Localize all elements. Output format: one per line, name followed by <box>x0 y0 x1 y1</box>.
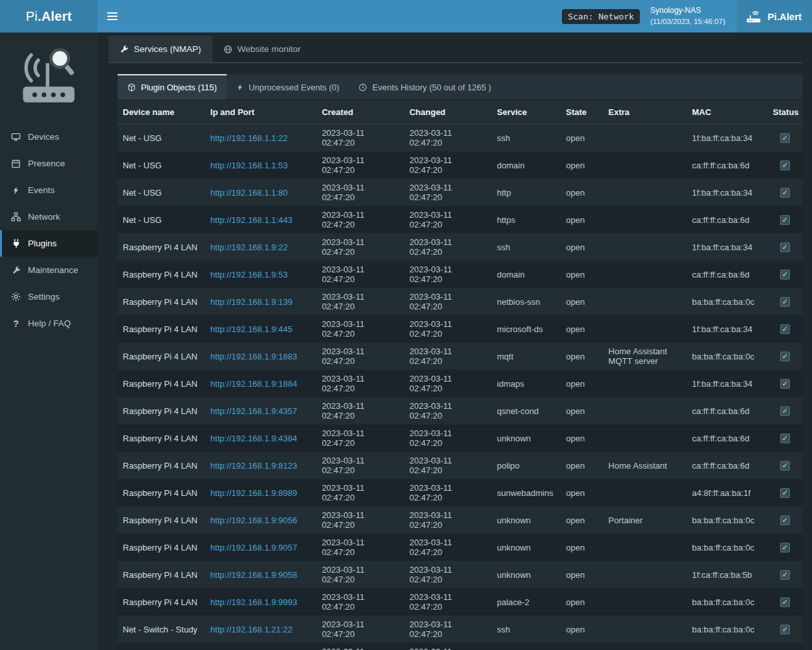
ip-port-link[interactable]: http://192.168.1.21:22 <box>210 625 293 634</box>
tab-label: Services (NMAP) <box>134 44 201 54</box>
device-name-cell: Raspberry Pi 4 LAN <box>118 506 205 534</box>
status-cell: ✓ <box>768 397 802 424</box>
extra-cell <box>603 561 687 588</box>
subtab-unprocessed-events[interactable]: Unprocessed Events (0) <box>227 74 349 99</box>
ip-port-link[interactable]: http://192.168.1.9:445 <box>210 324 293 334</box>
scan-status-badge: Scan: Network <box>562 9 640 24</box>
sidebar-toggle-button[interactable] <box>97 0 127 32</box>
mac-cell: ca:ff:ff:ca:ba:6d <box>687 424 768 452</box>
sidebar-item-devices[interactable]: Devices <box>0 124 97 150</box>
mac-cell: ca:ff:ff:ca:ba:6d <box>687 261 768 288</box>
ip-port-link[interactable]: http://192.168.1.9:9056 <box>210 515 298 525</box>
plugin-subtabs: Plugin Objects (115) Unprocessed Events … <box>118 74 802 99</box>
status-checkbox[interactable]: ✓ <box>780 434 790 443</box>
ip-port-link[interactable]: http://192.168.1.9:8989 <box>210 488 298 498</box>
sidebar-item-settings[interactable]: Settings <box>0 283 97 310</box>
status-checkbox[interactable]: ✓ <box>780 570 790 580</box>
column-header-extra[interactable]: Extra <box>603 101 687 124</box>
mac-cell: 1f:ba:ff:ca:ba:34 <box>687 233 768 261</box>
service-cell: mqtt <box>492 343 561 370</box>
ip-port-cell: http://192.168.1.1:443 <box>205 206 317 233</box>
ip-port-link[interactable]: http://192.168.1.1:80 <box>210 188 288 198</box>
created-cell: 2023-03-11 02:47:20 <box>316 370 404 397</box>
status-cell: ✓ <box>768 343 802 370</box>
extra-cell <box>603 288 687 315</box>
extra-cell <box>603 370 687 397</box>
state-cell: open <box>561 124 603 152</box>
ip-port-link[interactable]: http://192.168.1.9:1884 <box>210 379 298 389</box>
main-content: Plugins Services (NMAP) Website monitor … <box>97 0 812 650</box>
status-checkbox[interactable]: ✓ <box>780 188 790 198</box>
sidebar-item-label: Presence <box>28 159 65 168</box>
device-name-cell: PC - NUC LAN <box>118 643 205 650</box>
sidebar-item-events[interactable]: Events <box>0 177 97 203</box>
sidebar-item-network[interactable]: Network <box>0 203 97 230</box>
sidebar-item-plugins[interactable]: Plugins <box>0 230 97 257</box>
column-header-ip-and-port[interactable]: Ip and Port <box>205 101 317 124</box>
sidebar-item-help-faq[interactable]: ? Help / FAQ <box>0 310 97 337</box>
device-name-cell: Net - USG <box>118 124 205 152</box>
status-checkbox[interactable]: ✓ <box>780 379 790 389</box>
status-checkbox[interactable]: ✓ <box>780 242 790 252</box>
column-header-status[interactable]: Status <box>768 101 802 124</box>
created-cell: 2023-03-11 02:47:20 <box>316 643 404 650</box>
status-checkbox[interactable]: ✓ <box>780 461 790 471</box>
column-header-created[interactable]: Created <box>316 101 404 124</box>
created-cell: 2023-03-11 02:47:20 <box>316 233 404 261</box>
status-checkbox[interactable]: ✓ <box>780 352 790 361</box>
ip-port-link[interactable]: http://192.168.1.9:9057 <box>210 543 298 552</box>
ip-port-link[interactable]: http://192.168.1.9:8123 <box>210 461 298 471</box>
column-header-mac[interactable]: MAC <box>687 101 768 124</box>
ip-port-link[interactable]: http://192.168.1.1:53 <box>210 161 288 170</box>
globe-icon <box>223 45 233 54</box>
status-cell: ✓ <box>768 534 802 561</box>
ip-port-link[interactable]: http://192.168.1.9:22 <box>210 242 288 252</box>
status-checkbox[interactable]: ✓ <box>780 161 790 170</box>
status-checkbox[interactable]: ✓ <box>780 625 790 634</box>
created-cell: 2023-03-11 02:47:20 <box>316 616 404 643</box>
ip-port-link[interactable]: http://192.168.1.9:53 <box>210 270 288 280</box>
mac-cell: ba:ba:ff:ca:ba:0c <box>687 534 768 561</box>
subtab-events-history[interactable]: Events History (50 out of 1265 ) <box>349 74 501 99</box>
ip-port-link[interactable]: http://192.168.1.9:4357 <box>210 406 298 416</box>
status-checkbox[interactable]: ✓ <box>780 597 790 607</box>
ip-port-cell: http://192.168.1.9:1884 <box>205 370 317 397</box>
tab-label: Website monitor <box>238 44 301 54</box>
sidebar-item-label: Help / FAQ <box>28 318 71 328</box>
ip-port-link[interactable]: http://192.168.1.9:9993 <box>210 597 298 607</box>
sidebar-item-presence[interactable]: Presence <box>0 150 97 177</box>
column-header-device-name[interactable]: Device name <box>118 101 205 124</box>
service-cell: qsnet-cond <box>492 397 561 424</box>
status-checkbox[interactable]: ✓ <box>780 297 790 307</box>
status-checkbox[interactable]: ✓ <box>780 488 790 498</box>
sidebar-item-label: Events <box>28 185 55 195</box>
tab-services-nmap[interactable]: Services (NMAP) <box>108 36 212 62</box>
ip-port-cell: http://192.168.1.9:445 <box>205 315 317 343</box>
column-header-state[interactable]: State <box>561 101 603 124</box>
status-cell: ✓ <box>768 561 802 588</box>
status-checkbox[interactable]: ✓ <box>780 133 790 143</box>
ip-port-link[interactable]: http://192.168.1.1:22 <box>210 133 288 143</box>
status-checkbox[interactable]: ✓ <box>780 270 790 280</box>
status-checkbox[interactable]: ✓ <box>780 215 790 225</box>
changed-cell: 2023-03-11 02:47:20 <box>404 151 492 179</box>
changed-cell: 2023-03-11 02:47:20 <box>404 124 492 152</box>
column-header-service[interactable]: Service <box>492 101 561 124</box>
status-checkbox[interactable]: ✓ <box>780 543 790 552</box>
ip-port-link[interactable]: http://192.168.1.9:1883 <box>210 352 298 361</box>
tab-website-monitor[interactable]: Website monitor <box>212 36 312 62</box>
column-header-changed[interactable]: Changed <box>404 101 492 124</box>
plugin-objects-table: Device name Ip and Port Created Changed … <box>118 101 802 650</box>
subtab-plugin-objects[interactable]: Plugin Objects (115) <box>118 74 227 99</box>
ip-port-link[interactable]: http://192.168.1.9:4384 <box>210 434 298 443</box>
sidebar-item-maintenance[interactable]: Maintenance <box>0 257 97 283</box>
status-checkbox[interactable]: ✓ <box>780 515 790 525</box>
status-checkbox[interactable]: ✓ <box>780 324 790 334</box>
ip-port-link[interactable]: http://192.168.1.1:443 <box>210 215 293 225</box>
ip-port-link[interactable]: http://192.168.1.9:9058 <box>210 570 298 580</box>
status-checkbox[interactable]: ✓ <box>780 406 790 416</box>
ip-port-link[interactable]: http://192.168.1.9:139 <box>210 297 293 307</box>
brand-logo[interactable]: Pi.Alert <box>0 0 97 32</box>
state-cell: open <box>561 315 603 343</box>
status-cell: ✓ <box>768 261 802 288</box>
